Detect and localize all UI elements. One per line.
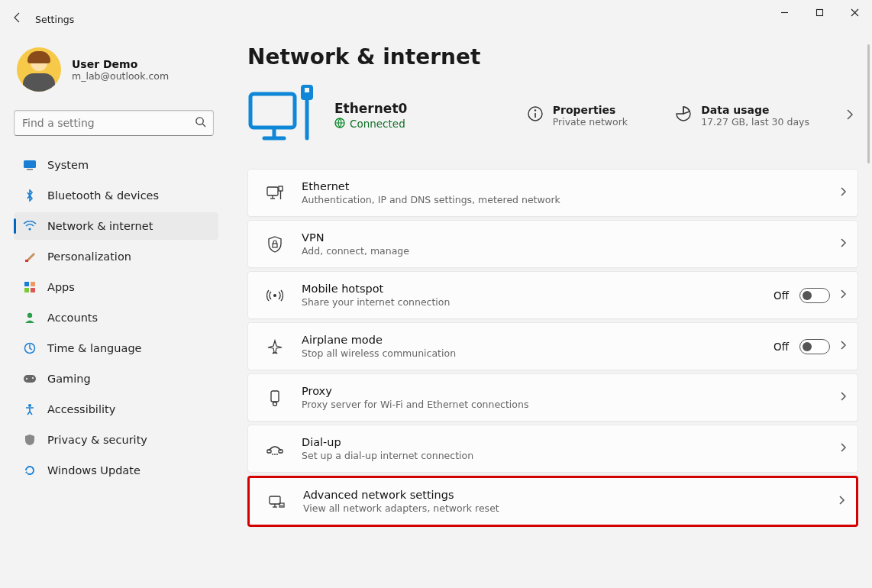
chevron-right-icon [839, 496, 845, 507]
nav: System Bluetooth & devices Network & int… [14, 151, 218, 484]
person-icon [23, 311, 37, 325]
nav-label: Time & language [47, 342, 142, 354]
ethernet-icon [265, 186, 285, 201]
dialup-sub: Set up a dial-up internet connection [302, 450, 824, 461]
properties-link[interactable]: Properties Private network [527, 104, 628, 128]
title-bar: Settings [0, 0, 872, 38]
search-input[interactable] [14, 110, 214, 136]
phone-icon [265, 441, 285, 457]
ethernet-title: Ethernet [302, 180, 824, 192]
scrollbar[interactable] [867, 44, 870, 163]
settings-cards: EthernetAuthentication, IP and DNS setti… [247, 169, 858, 527]
hotspot-state: Off [773, 289, 789, 302]
svg-rect-10 [24, 288, 29, 292]
nav-item-apps[interactable]: Apps [14, 273, 218, 301]
svg-point-40 [272, 454, 273, 455]
nav-label: Windows Update [47, 464, 140, 477]
advanced-sub: View all network adapters, network reset [303, 502, 822, 514]
card-advanced[interactable]: Advanced network settingsView all networ… [247, 476, 858, 527]
svg-point-17 [28, 404, 31, 407]
proxy-icon [265, 389, 285, 406]
svg-point-36 [273, 402, 277, 405]
nav-label: Accessibility [47, 403, 115, 415]
properties-title: Properties [553, 104, 628, 116]
shield-icon [23, 433, 37, 447]
nav-item-accounts[interactable]: Accounts [14, 304, 218, 331]
svg-rect-4 [24, 160, 36, 168]
account-name: User Demo [72, 58, 169, 70]
window-controls [767, 0, 872, 24]
vpn-title: VPN [302, 231, 824, 244]
adapter-status: Connected [334, 118, 407, 131]
card-dialup[interactable]: Dial-upSet up a dial-up internet connect… [247, 425, 858, 473]
nav-item-personalization[interactable]: Personalization [14, 243, 218, 270]
card-proxy[interactable]: ProxyProxy server for Wi-Fi and Ethernet… [247, 373, 858, 422]
airplane-title: Airplane mode [302, 334, 757, 346]
nav-item-time[interactable]: Time & language [14, 334, 218, 362]
nav-label: Gaming [47, 373, 91, 385]
nav-item-bluetooth[interactable]: Bluetooth & devices [14, 182, 218, 209]
svg-rect-31 [279, 186, 283, 191]
nav-item-gaming[interactable]: Gaming [14, 365, 218, 393]
chevron-right-icon [841, 392, 847, 403]
card-ethernet[interactable]: EthernetAuthentication, IP and DNS setti… [247, 169, 858, 217]
airplane-toggle[interactable] [799, 339, 830, 354]
shield-lock-icon [265, 236, 285, 253]
card-vpn[interactable]: VPNAdd, connect, manage [247, 220, 858, 268]
svg-rect-38 [267, 450, 271, 453]
nav-item-accessibility[interactable]: Accessibility [14, 396, 218, 423]
usage-title: Data usage [701, 104, 809, 116]
nav-label: Bluetooth & devices [47, 189, 159, 202]
svg-rect-14 [24, 375, 36, 383]
accessibility-icon [23, 402, 37, 416]
svg-point-15 [32, 377, 34, 379]
nav-label: Apps [47, 281, 75, 293]
connection-info: Ethernet0 Connected [334, 101, 407, 131]
nav-item-privacy[interactable]: Privacy & security [14, 426, 218, 454]
search-icon [195, 116, 206, 130]
nav-label: Network & internet [47, 220, 153, 232]
airplane-icon [265, 339, 285, 354]
nav-label: Privacy & security [47, 434, 147, 446]
chart-icon [675, 104, 692, 121]
adapter-status-text: Connected [350, 118, 405, 130]
wifi-icon [23, 219, 37, 233]
status-row: Ethernet0 Connected Properties Private n… [247, 83, 858, 147]
info-icon [527, 104, 544, 121]
svg-rect-28 [267, 187, 278, 195]
nav-label: Personalization [47, 250, 131, 263]
chevron-right-icon [841, 187, 847, 199]
hotspot-toggle[interactable] [799, 288, 830, 303]
svg-rect-7 [25, 260, 28, 262]
svg-rect-8 [24, 282, 29, 286]
svg-point-16 [26, 378, 27, 380]
svg-rect-23 [305, 88, 309, 92]
nav-item-update[interactable]: Windows Update [14, 457, 218, 484]
maximize-button[interactable] [802, 0, 837, 24]
svg-point-34 [273, 294, 276, 297]
update-icon [23, 464, 37, 477]
svg-point-2 [196, 118, 203, 124]
avatar [17, 47, 61, 92]
svg-point-6 [28, 228, 31, 230]
sidebar: User Demo m_lab@outlook.com System Bluet… [14, 44, 218, 484]
data-usage-link[interactable]: Data usage 17.27 GB, last 30 days [675, 104, 809, 128]
svg-rect-33 [273, 244, 277, 247]
nav-item-network[interactable]: Network & internet [14, 212, 218, 240]
advanced-title: Advanced network settings [303, 489, 822, 501]
main: Network & internet Ethernet0 Connected [247, 44, 858, 580]
globe-connected-icon [334, 118, 345, 131]
search-box[interactable] [14, 110, 214, 136]
chevron-right-icon [841, 238, 847, 250]
minimize-button[interactable] [767, 0, 802, 24]
hotspot-icon [265, 288, 285, 303]
svg-rect-18 [250, 94, 295, 128]
nav-item-system[interactable]: System [14, 151, 218, 179]
card-hotspot[interactable]: Mobile hotspotShare your internet connec… [247, 271, 858, 319]
ethernet-sub: Authentication, IP and DNS settings, met… [302, 194, 824, 205]
account-block[interactable]: User Demo m_lab@outlook.com [14, 44, 218, 105]
back-button[interactable] [0, 11, 35, 27]
svg-point-12 [27, 313, 32, 318]
close-button[interactable] [837, 0, 872, 24]
card-airplane[interactable]: Airplane modeStop all wireless communica… [247, 322, 858, 370]
